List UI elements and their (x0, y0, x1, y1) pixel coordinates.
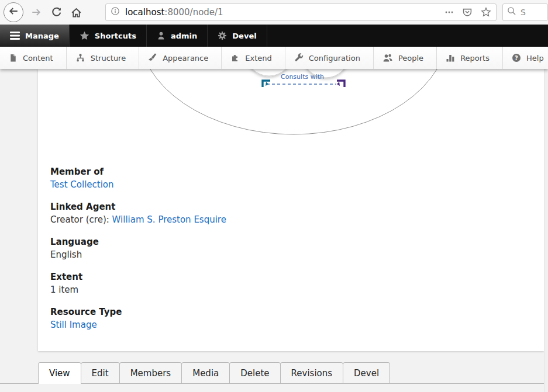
tray-item-reports[interactable]: Reports (437, 47, 503, 69)
bar-chart-icon (446, 53, 455, 63)
field-extent: Extent 1 item (50, 271, 226, 296)
field-linked-agent: Linked Agent Creator (cre): William S. P… (50, 201, 226, 226)
tray-item-extend[interactable]: Extend (222, 47, 285, 69)
field-value: English (50, 248, 226, 261)
page-body: Consults with Member of Test Collection … (0, 69, 548, 392)
tray-item-label: Configuration (309, 54, 360, 63)
admin-tray: Content Structure Appearance Extend Conf… (0, 47, 548, 69)
bookmark-star-icon (481, 7, 491, 18)
people-icon (382, 53, 393, 63)
relationship-diagram: Consults with (38, 69, 544, 142)
tray-item-label: Structure (91, 54, 126, 63)
tray-item-content[interactable]: Content (0, 47, 67, 69)
svg-text:?: ? (515, 55, 518, 61)
back-icon (8, 6, 19, 19)
admin-toolbar: Manage Shortcuts admin Devel (0, 25, 548, 47)
field-value: 1 item (50, 283, 226, 296)
home-icon (71, 7, 82, 18)
home-button[interactable] (68, 4, 84, 20)
field-label: Member of (50, 166, 226, 178)
tab-delete[interactable]: Delete (229, 362, 280, 383)
tab-revisions[interactable]: Revisions (280, 362, 344, 383)
toolbar-item-label: Devel (232, 32, 256, 40)
paintbrush-icon (148, 53, 157, 63)
bookmark-star-button[interactable] (481, 7, 491, 18)
page-actions-button[interactable] (444, 8, 454, 17)
info-icon (111, 6, 120, 18)
toolbar-item-manage[interactable]: Manage (0, 25, 70, 47)
field-resource-type: Resource Type Still Image (50, 306, 226, 331)
forward-button[interactable] (28, 4, 44, 20)
tray-item-appearance[interactable]: Appearance (139, 47, 222, 69)
field-list: Member of Test Collection Linked Agent C… (50, 166, 226, 341)
toolbar-item-label: Manage (25, 32, 59, 40)
field-label: Resource Type (50, 306, 226, 318)
tray-item-help[interactable]: ? Help (503, 47, 548, 69)
pocket-icon (462, 7, 473, 18)
field-label: Linked Agent (50, 201, 226, 213)
field-member-of: Member of Test Collection (50, 166, 226, 191)
url-path: :8000/node/1 (164, 7, 223, 18)
tray-item-label: People (398, 54, 423, 63)
address-bar[interactable]: localhost :8000/node/1 (105, 4, 497, 21)
tab-members[interactable]: Members (119, 362, 182, 383)
search-box[interactable]: S (502, 4, 548, 21)
back-button[interactable] (4, 2, 23, 22)
reload-icon (51, 7, 62, 18)
tray-item-structure[interactable]: Structure (67, 47, 139, 69)
field-label: Language (50, 236, 226, 248)
url-host: localhost (125, 7, 164, 18)
field-label: Extent (50, 271, 226, 283)
user-icon (157, 31, 166, 40)
toolbar-item-devel[interactable]: Devel (208, 25, 267, 47)
linked-agent-link[interactable]: William S. Preston Esquire (112, 214, 226, 225)
star-icon (80, 31, 89, 41)
tab-edit[interactable]: Edit (81, 362, 120, 383)
question-icon: ? (512, 53, 521, 63)
menu-icon (10, 32, 20, 40)
tab-view[interactable]: View (38, 362, 81, 383)
tab-media[interactable]: Media (181, 362, 230, 383)
puzzle-icon (230, 53, 240, 63)
tray-item-people[interactable]: People (374, 47, 437, 69)
field-language: Language English (50, 236, 226, 261)
toolbar-item-admin[interactable]: admin (147, 25, 208, 47)
file-icon (9, 53, 18, 63)
tray-item-label: Extend (245, 54, 272, 63)
tray-item-label: Reports (460, 54, 490, 63)
primary-tabs: View Edit Members Media Delete Revisions… (0, 362, 544, 384)
search-icon (507, 6, 516, 18)
field-value-prefix: Creator (cre): (50, 214, 112, 225)
toolbar-item-shortcuts[interactable]: Shortcuts (70, 25, 147, 47)
tray-item-label: Content (23, 54, 53, 63)
toolbar-item-label: admin (171, 32, 197, 40)
tab-devel[interactable]: Devel (343, 362, 390, 383)
search-text: S (521, 8, 526, 17)
sitemap-icon (75, 53, 85, 63)
toolbar-item-label: Shortcuts (95, 32, 136, 40)
tray-item-label: Help (526, 54, 544, 63)
reload-button[interactable] (48, 4, 64, 20)
tray-item-label: Appearance (163, 54, 208, 63)
member-of-link[interactable]: Test Collection (50, 179, 114, 190)
pocket-button[interactable] (462, 7, 473, 18)
consults-with-label: Consults with (281, 73, 324, 81)
resource-type-link[interactable]: Still Image (50, 320, 97, 330)
browser-toolbar: localhost :8000/node/1 S (0, 0, 548, 25)
page-actions-icon (444, 8, 454, 17)
gear-icon (218, 31, 227, 40)
tray-item-configuration[interactable]: Configuration (285, 47, 374, 69)
node-content-panel: Consults with Member of Test Collection … (38, 69, 544, 351)
forward-icon (31, 7, 42, 18)
scrollbar-track[interactable] (544, 69, 548, 392)
wrench-icon (294, 53, 304, 63)
